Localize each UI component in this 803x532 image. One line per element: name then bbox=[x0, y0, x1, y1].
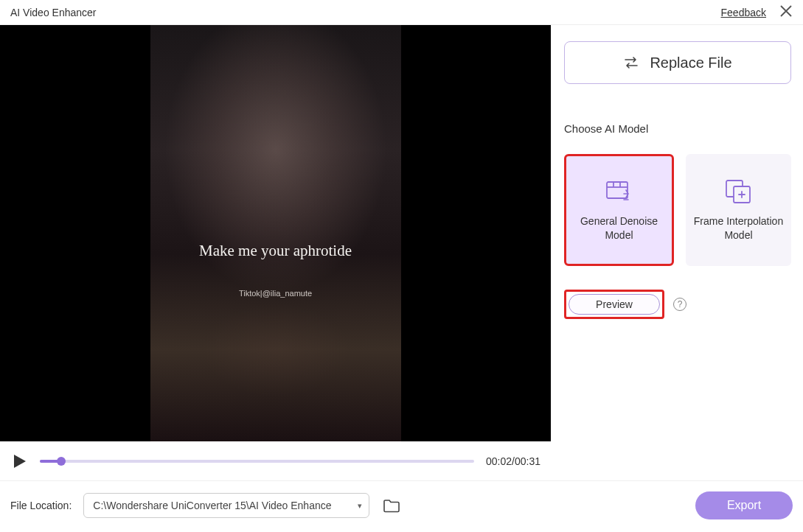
header-actions: Feedback bbox=[721, 4, 793, 20]
model-card-interpolation-label: Frame Interpolation Model bbox=[693, 214, 784, 242]
video-panel: Make me your aphrotide Tiktok|@ilia_namu… bbox=[0, 25, 551, 480]
side-panel: Replace File Choose AI Model General Den… bbox=[551, 25, 803, 480]
total-time: 00:31 bbox=[515, 455, 540, 467]
model-card-denoise-label: General Denoise Model bbox=[574, 214, 664, 242]
file-location-select[interactable] bbox=[83, 493, 369, 518]
header-bar: AI Video Enhancer Feedback bbox=[0, 0, 803, 25]
seek-thumb[interactable] bbox=[57, 457, 66, 466]
model-section-label: Choose AI Model bbox=[564, 122, 791, 135]
preview-button-label: Preview bbox=[596, 298, 633, 310]
model-card-interpolation[interactable]: Frame Interpolation Model bbox=[686, 154, 791, 266]
replace-file-label: Replace File bbox=[650, 55, 731, 71]
video-controls: 00:02/00:31 bbox=[0, 441, 551, 480]
export-button[interactable]: Export bbox=[695, 491, 793, 519]
preview-button[interactable]: Preview bbox=[569, 294, 660, 315]
model-grid: General Denoise Model Frame Interpolatio… bbox=[564, 154, 791, 266]
model-card-denoise[interactable]: General Denoise Model bbox=[564, 154, 674, 266]
footer-bar: File Location: ▾ Export bbox=[0, 480, 803, 529]
svg-rect-0 bbox=[607, 182, 628, 198]
denoise-icon bbox=[604, 178, 635, 207]
current-time: 00:02 bbox=[486, 455, 512, 467]
play-button[interactable] bbox=[10, 452, 28, 470]
video-overlay-text: Make me your aphrotide bbox=[150, 242, 401, 260]
preview-highlight: Preview bbox=[564, 290, 664, 319]
app-title: AI Video Enhancer bbox=[10, 7, 97, 18]
video-content: Make me your aphrotide Tiktok|@ilia_namu… bbox=[150, 25, 401, 441]
video-watermark: Tiktok|@ilia_namute bbox=[150, 289, 401, 298]
help-icon[interactable]: ? bbox=[673, 298, 686, 311]
feedback-link[interactable]: Feedback bbox=[721, 7, 766, 18]
interpolation-icon bbox=[723, 178, 754, 207]
time-display: 00:02/00:31 bbox=[486, 455, 540, 467]
file-location-label: File Location: bbox=[10, 500, 72, 511]
file-location-select-wrap: ▾ bbox=[83, 493, 369, 518]
replace-file-button[interactable]: Replace File bbox=[564, 41, 791, 84]
close-icon[interactable] bbox=[779, 4, 793, 20]
export-button-label: Export bbox=[727, 499, 761, 511]
video-image-placeholder bbox=[150, 25, 401, 441]
seek-bar[interactable] bbox=[40, 460, 474, 463]
video-viewport: Make me your aphrotide Tiktok|@ilia_namu… bbox=[0, 25, 551, 441]
open-folder-button[interactable] bbox=[381, 496, 402, 515]
swap-icon bbox=[623, 57, 639, 69]
main-area: Make me your aphrotide Tiktok|@ilia_namu… bbox=[0, 25, 803, 480]
preview-row: Preview ? bbox=[564, 290, 791, 319]
